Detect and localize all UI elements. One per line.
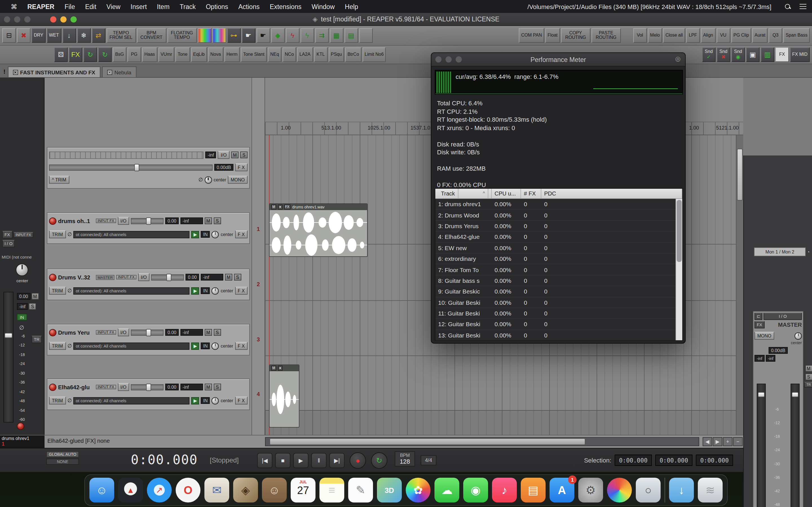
color-wheel-app-dock-icon[interactable] xyxy=(607,478,632,503)
cube-3d-icon[interactable]: ▣ xyxy=(746,47,760,62)
master-strip-mute-button[interactable]: M xyxy=(805,365,812,372)
table-row[interactable]: 11: Guitar Beski 0.00% 0 0 xyxy=(435,308,682,319)
herm-button[interactable]: Herm xyxy=(224,47,240,62)
menu-item[interactable]: Item xyxy=(152,3,175,10)
system-preferences-dock-icon[interactable]: ⚙ xyxy=(578,478,603,503)
left-input-fx-button[interactable]: INPUT FX xyxy=(13,232,33,237)
span-bass-button[interactable]: Span Bass xyxy=(783,28,810,43)
magnifier-app-dock-icon[interactable]: ○ xyxy=(636,478,661,503)
render-stem-icon[interactable]: ↓ xyxy=(62,28,76,43)
tone-slant-button[interactable]: Tone Slant xyxy=(241,47,267,62)
horizontal-scroll-thumb[interactable] xyxy=(269,438,585,445)
align-button[interactable]: Align xyxy=(701,28,716,43)
background-window-minimize-icon[interactable] xyxy=(14,16,20,22)
btrco-button[interactable]: BtrCo xyxy=(345,47,361,62)
left-record-arm-button[interactable] xyxy=(17,422,24,430)
menu-item[interactable]: Window xyxy=(306,3,340,10)
bsg-button[interactable]: BsG xyxy=(113,47,126,62)
window-zoom-icon[interactable] xyxy=(70,16,77,22)
item-lock-badge[interactable]: ● xyxy=(278,205,282,210)
go-to-start-button[interactable]: |◀ xyxy=(257,453,272,468)
master-phase-button[interactable]: ∅ xyxy=(199,177,203,182)
track-input-button[interactable]: IN xyxy=(201,342,210,349)
record-arm-button[interactable] xyxy=(49,383,56,391)
calendar-dock-icon[interactable]: JUL 27 xyxy=(291,478,315,503)
monitor-output-label[interactable]: Mon 1 / Mon 2 xyxy=(754,247,806,256)
pg-button[interactable]: PG xyxy=(128,47,141,62)
floating-tempo-button[interactable]: FLOATING TEMPO xyxy=(167,28,197,43)
app-store-dock-icon[interactable]: A 1 xyxy=(550,478,574,503)
notification-center-icon[interactable] xyxy=(800,4,806,9)
track-input-button[interactable]: IN xyxy=(201,397,210,404)
spotlight-search-icon[interactable] xyxy=(785,4,791,9)
track-io-button[interactable]: I/O xyxy=(138,273,149,281)
menu-item[interactable]: Insert xyxy=(125,3,152,10)
table-row[interactable]: 9: Guitar Beskic 0.00% 0 0 xyxy=(435,286,682,297)
track-volume-readout[interactable]: 0.00 xyxy=(165,217,179,224)
master-fader-handle[interactable] xyxy=(758,392,765,397)
table-scroll-thumb[interactable] xyxy=(677,200,682,262)
master-fx-button[interactable]: F X xyxy=(235,163,248,171)
ktl-button[interactable]: KTL xyxy=(314,47,327,62)
photos-dock-icon[interactable]: ✿ xyxy=(406,478,430,503)
track-input-button[interactable]: IN xyxy=(201,287,210,294)
track-trim-button[interactable]: TRIM xyxy=(49,397,66,404)
master-mono-button[interactable]: MONO xyxy=(228,176,248,184)
track-name[interactable]: Drums V..32 xyxy=(58,274,94,280)
table-row[interactable]: 7: Floor Tom To 0.00% 0 0 xyxy=(435,265,682,276)
grab-hand-icon[interactable]: ☛ xyxy=(242,28,255,43)
window-close-icon[interactable] xyxy=(50,16,56,22)
column-pdc[interactable]: PDC xyxy=(541,189,682,198)
master-strip-mono-button[interactable]: MONO xyxy=(755,332,774,340)
zoom-in-button[interactable]: + xyxy=(723,437,732,446)
menu-item[interactable]: Help xyxy=(340,3,363,10)
record-arm-button[interactable] xyxy=(49,329,56,336)
master-track-panel[interactable]: -inf I/O M S 0.00dB F X ^ TRIM ∅ center … xyxy=(47,147,250,189)
vumr-button[interactable]: VUmr xyxy=(158,47,174,62)
table-row[interactable]: 12: Guitar Beski 0.00% 0 0 xyxy=(435,319,682,330)
color-gradient-icon-2[interactable] xyxy=(212,28,226,43)
play-button[interactable]: ▶ xyxy=(293,453,308,468)
books-dock-icon[interactable]: ▤ xyxy=(521,478,546,503)
left-trim-button[interactable]: TR xyxy=(32,336,42,343)
left-phase-button[interactable]: ∅ xyxy=(19,325,24,331)
left-mute-button[interactable]: M xyxy=(31,293,39,300)
track-fx-button[interactable]: F X xyxy=(235,342,248,350)
input-fx-button[interactable]: INPUT FX xyxy=(116,275,136,280)
track-panel[interactable]: Elha642-glu INPUT FX I/O 0.00 -inf M S T… xyxy=(47,379,250,410)
bpm-convert-button[interactable]: BPM CONVERT xyxy=(137,28,166,43)
record-button[interactable]: ● xyxy=(350,452,366,469)
scroll-left-button[interactable]: ◀ xyxy=(703,437,712,446)
fx-random-button[interactable]: FX xyxy=(69,47,82,62)
pin-icon[interactable]: ◎ xyxy=(675,55,680,62)
input-fx-button[interactable]: INPUT FX xyxy=(96,218,116,223)
track-phase-button[interactable]: ∅ xyxy=(67,398,72,403)
meter-bars-icon[interactable]: ▥ xyxy=(761,47,774,62)
eqlib-button[interactable]: EqLib xyxy=(191,47,207,62)
safari-dock-icon[interactable]: ↗ xyxy=(147,478,172,503)
track-trim-button[interactable]: TRIM xyxy=(49,230,66,238)
opera-dock-icon[interactable]: O xyxy=(175,478,200,503)
meter-list-icon[interactable]: ▤ xyxy=(344,28,358,43)
zoom-out-button[interactable]: − xyxy=(733,437,743,446)
item-lock-badge[interactable]: ● xyxy=(278,365,282,371)
track-solo-button[interactable]: S xyxy=(214,384,221,390)
psqu-button[interactable]: PSqu xyxy=(328,47,344,62)
master-fader-handle[interactable] xyxy=(134,164,139,171)
input-fx-button[interactable]: INPUT FX xyxy=(96,385,116,390)
global-auto-mode[interactable]: NONE xyxy=(46,459,79,465)
track-mute-button[interactable]: M xyxy=(205,329,212,336)
vertical-scroll-thumb[interactable] xyxy=(737,149,743,201)
column-cpu[interactable]: CPU u... xyxy=(492,189,521,198)
facetime-dock-icon[interactable]: ◉ xyxy=(463,478,488,503)
dry-button[interactable]: DRY xyxy=(32,28,46,43)
track-phase-button[interactable]: ∅ xyxy=(67,231,72,237)
action-split-mute-icon[interactable]: ϟ xyxy=(286,28,299,43)
table-row[interactable]: 6: extrordinary 0.00% 0 0 xyxy=(435,253,682,265)
transfer-icon[interactable]: ⇄ xyxy=(92,28,105,43)
left-pan-knob[interactable] xyxy=(16,264,28,276)
blank-button[interactable] xyxy=(359,28,372,43)
vol-button[interactable]: Vol xyxy=(633,28,647,43)
track-volume-fader[interactable] xyxy=(131,329,163,335)
track-volume-fader[interactable] xyxy=(131,218,163,224)
